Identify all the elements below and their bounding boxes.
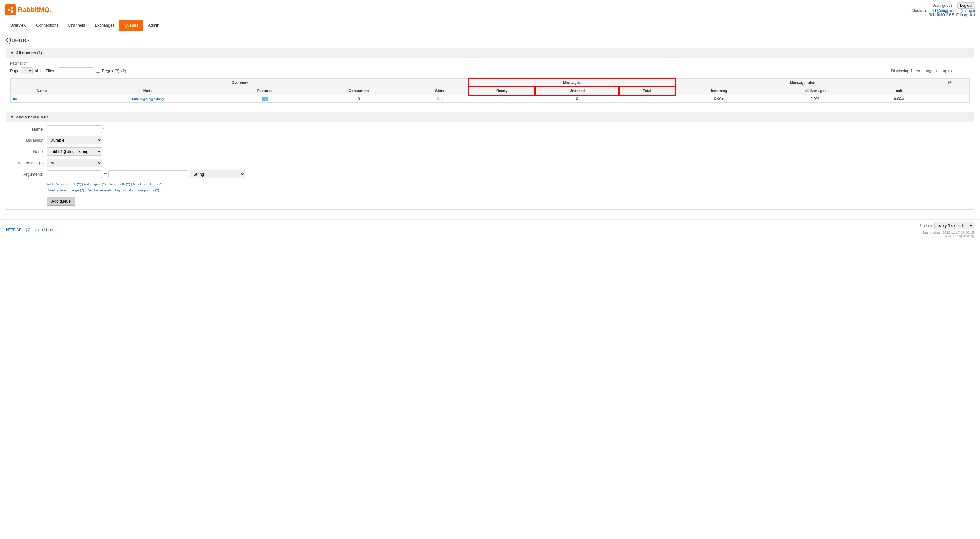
add-queue-title: Add a new queue: [16, 115, 49, 119]
regex-label: Regex (?): [102, 68, 119, 73]
th-plus-minus[interactable]: +/-: [930, 79, 969, 87]
col-ready: Ready: [469, 87, 535, 95]
nav-item-channels[interactable]: Channels: [63, 20, 90, 30]
argument-key-input[interactable]: [47, 170, 102, 178]
hint-message-ttl[interactable]: Message TTL (?): [56, 182, 81, 186]
command-line-link[interactable]: Command Line: [28, 228, 52, 232]
argument-type-select[interactable]: String Number Boolean List: [190, 170, 245, 178]
nav-item-exchanges[interactable]: Exchanges: [90, 20, 119, 30]
cell-name[interactable]: aa: [11, 95, 73, 103]
footer-links: HTTP API | Command Line: [6, 228, 55, 232]
name-required: *: [103, 127, 105, 132]
collapse-icon: ▼: [10, 51, 14, 55]
cluster-change-link[interactable]: (change): [961, 9, 975, 13]
nav-item-overview[interactable]: Overview: [5, 20, 31, 30]
user-info: User: guest Log out Cluster: rabbit1@din…: [912, 2, 975, 17]
all-queues-section: ▼ All queues (1) Pagination Page 1 of 1 …: [6, 48, 974, 107]
durability-label: Durability:: [10, 138, 44, 143]
hint-auto-expire[interactable]: Auto expire (?): [84, 182, 106, 186]
col-state: State: [411, 87, 469, 95]
page-select[interactable]: 1: [21, 67, 33, 75]
header: RabbitMQ. User: guest Log out Cluster: r…: [0, 0, 980, 20]
hint-max-length[interactable]: Max length (?): [108, 182, 130, 186]
pagination-controls: Page 1 of 1 - Filter: Regex (?) (?): [10, 67, 126, 75]
cluster-line: Cluster: rabbit1@dingjiaxiong (change): [912, 9, 975, 13]
logo: RabbitMQ.: [5, 4, 51, 15]
logout-button[interactable]: Log out: [957, 2, 975, 9]
col-consumers: Consumers: [307, 87, 411, 95]
page-size-input[interactable]: 100: [955, 68, 970, 74]
th-group-msgrates: Message rates: [675, 79, 930, 87]
add-collapse-icon: ▼: [10, 115, 14, 119]
version-line: RabbitMQ 3.6.5, Erlang 18.3: [912, 13, 975, 17]
name-label: Name:: [10, 127, 44, 132]
page-title: Queues: [6, 36, 974, 44]
http-api-link[interactable]: HTTP API: [6, 228, 22, 232]
logo-mq: MQ.: [38, 6, 51, 13]
add-queue-button[interactable]: Add queue: [47, 197, 75, 206]
update-label: Update: [920, 224, 932, 228]
node-select[interactable]: rabbit1@dingjiaxiong: [47, 147, 102, 156]
auto-delete-select[interactable]: No Yes: [47, 159, 102, 167]
user-line: User: guest Log out: [912, 2, 975, 9]
name-row: Name: *: [10, 125, 970, 133]
logo-text: RabbitMQ.: [18, 6, 51, 14]
node-row: Node: rabbit1@dingjiaxiong: [10, 147, 970, 156]
queues-table: Overview Messages Message rates +/- Name…: [10, 78, 970, 103]
footer: HTTP API | Command Line Update every 5 s…: [0, 219, 980, 240]
queues-table-container: Overview Messages Message rates +/- Name…: [10, 78, 970, 103]
col-empty: [930, 87, 969, 95]
cluster-link[interactable]: rabbit1@dingjiaxiong: [925, 9, 959, 13]
hint-max-length-bytes[interactable]: Max length bytes (?): [133, 182, 164, 186]
add-queue-body: Name: * Durability: Durable Transient No…: [6, 122, 974, 209]
svg-rect-1: [11, 7, 13, 10]
cell-state: idle: [411, 95, 469, 103]
page-size-display: Displaying 1 item , page size up to: 100: [891, 68, 970, 74]
cell-total: 1: [619, 95, 675, 103]
add-queue-section-header[interactable]: ▼ Add a new queue: [6, 112, 974, 122]
nav-item-connections[interactable]: Connections: [31, 20, 63, 30]
durability-row: Durability: Durable Transient: [10, 136, 970, 144]
svg-rect-0: [8, 9, 10, 11]
last-update: Last update: 2022-11-17 17:06:15: [920, 231, 974, 234]
page-label: Page: [10, 68, 19, 73]
col-incoming: incoming: [675, 87, 763, 95]
argument-value-input[interactable]: [108, 170, 188, 178]
cell-ack: 0.00/s: [868, 95, 930, 103]
nav-item-admin[interactable]: Admin: [143, 20, 164, 30]
cell-features: D: [223, 95, 307, 103]
name-input[interactable]: [47, 125, 102, 133]
cell-node[interactable]: rabbit1@dingjiaxiong: [73, 95, 223, 103]
svg-rect-2: [11, 10, 13, 13]
node-label: Node:: [10, 149, 44, 154]
add-hints-text: Add Message TTL (?) | Auto expire (?) | …: [47, 182, 163, 186]
arguments-inputs: = String Number Boolean List: [47, 170, 245, 178]
display-info: Displaying 1 item , page size up to:: [891, 68, 953, 73]
th-group-overview: Overview: [11, 79, 469, 87]
durability-select[interactable]: Durable Transient: [47, 136, 102, 144]
all-queues-section-header[interactable]: ▼ All queues (1): [6, 48, 974, 57]
hint-dead-letter-exchange[interactable]: Dead letter exchange (?): [47, 189, 84, 192]
regex-checkbox[interactable]: [96, 69, 100, 73]
col-deliver-get: deliver / get: [763, 87, 868, 95]
hint-max-priority[interactable]: Maximum priority (?): [128, 189, 159, 192]
hint-dead-letter-routing[interactable]: Dead letter routing key (?): [87, 189, 126, 192]
col-unacked: Unacked: [535, 87, 619, 95]
cell-consumers: 0: [307, 95, 411, 103]
cell-actions: [930, 95, 969, 103]
table-row: aa rabbit1@dingjiaxiong D 0 idle 1 0 1 0…: [11, 95, 970, 103]
add-hints: Add Message TTL (?) | Auto expire (?) | …: [47, 181, 970, 193]
auto-delete-row: Auto delete: (?) No Yes: [10, 159, 970, 167]
filter-input[interactable]: [57, 67, 94, 75]
all-queues-body: Pagination Page 1 of 1 - Filter: Regex (…: [6, 57, 974, 107]
cluster-label: Cluster:: [912, 9, 924, 13]
update-select[interactable]: every 5 seconds every 10 seconds every 3…: [934, 222, 974, 230]
last-update-label: Last update:: [923, 231, 942, 234]
add-queue-section: ▼ Add a new queue Name: * Durability: Du…: [6, 112, 974, 209]
nav-item-queues[interactable]: Queues: [119, 20, 143, 30]
cell-ready: 1: [469, 95, 535, 103]
col-features: Features: [223, 87, 307, 95]
cell-unacked: 0: [535, 95, 619, 103]
of-label: of 1: [35, 68, 41, 73]
add-hints-text2: Dead letter exchange (?) | Dead letter r…: [47, 189, 159, 192]
